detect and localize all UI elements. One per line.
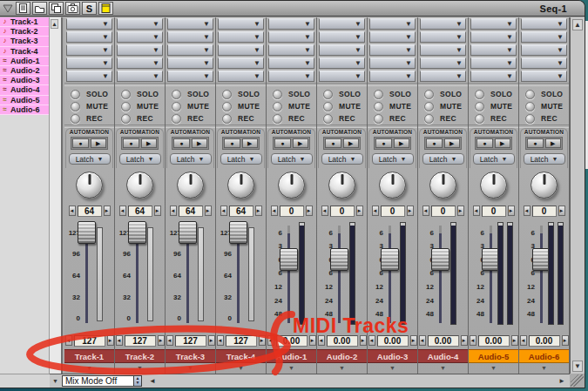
pan-decrement-button[interactable]: ◄ — [372, 206, 379, 216]
volume-value[interactable]: 0.00 — [327, 335, 358, 347]
pan-value[interactable]: 0 — [280, 206, 304, 217]
track-name-label[interactable]: Track-4 — [216, 349, 266, 363]
pan-increment-button[interactable]: ► — [255, 206, 262, 216]
pan-decrement-button[interactable]: ◄ — [321, 206, 328, 216]
pan-decrement-button[interactable]: ◄ — [220, 206, 227, 216]
assignment-dropdown[interactable]: ▼ — [369, 57, 416, 69]
track-name-label[interactable]: Audio-2 — [317, 349, 367, 363]
pan-knob[interactable] — [480, 172, 507, 199]
collapse-triangle-icon[interactable] — [2, 3, 14, 14]
pan-decrement-button[interactable]: ◄ — [271, 206, 278, 216]
volume-value[interactable]: 0.00 — [478, 335, 510, 347]
assignment-dropdown[interactable]: ▼ — [470, 57, 517, 69]
pan-decrement-button[interactable]: ◄ — [119, 206, 126, 216]
volume-value[interactable]: 0.00 — [529, 335, 560, 347]
sidebar-track-item[interactable]: ♪ Track-1 — [0, 17, 49, 27]
assignment-dropdown[interactable]: ▼ — [369, 71, 416, 82]
automation-play-button[interactable]: ▶ — [394, 138, 410, 148]
automation-play-button[interactable]: ▶ — [293, 138, 309, 148]
volume-decrement-button[interactable]: ◄ — [419, 335, 426, 346]
pan-knob[interactable] — [379, 172, 406, 199]
assignment-dropdown[interactable]: ▼ — [268, 71, 314, 82]
vertical-scrollbar[interactable]: ▲ ▼ — [570, 17, 585, 374]
volume-decrement-button[interactable]: ◄ — [368, 335, 375, 346]
assignment-dropdown[interactable]: ▼ — [117, 71, 163, 82]
assignment-dropdown[interactable]: ▼ — [66, 18, 112, 30]
sidebar-track-item[interactable]: ≈ Audio-1 — [0, 57, 49, 66]
pan-knob[interactable] — [126, 172, 153, 199]
pan-value[interactable]: 64 — [128, 206, 152, 217]
assignment-dropdown[interactable]: ▼ — [470, 71, 517, 82]
sidebar-track-item[interactable]: ≈ Audio-4 — [0, 85, 49, 95]
scroll-right-icon[interactable]: ► — [558, 377, 570, 385]
pan-decrement-button[interactable]: ◄ — [69, 206, 76, 216]
automation-record-button[interactable]: ● — [173, 138, 190, 148]
mute-button[interactable]: MUTE — [115, 100, 165, 112]
pan-increment-button[interactable]: ► — [306, 206, 313, 216]
automation-mode-dropdown[interactable]: Latch ▼ — [119, 153, 161, 165]
solo-button[interactable]: SOLO — [469, 88, 518, 100]
automation-play-button[interactable]: ▶ — [444, 138, 461, 148]
assignment-dropdown[interactable]: ▼ — [117, 18, 163, 30]
sidebar-track-item[interactable]: ♪ Track-2 — [0, 27, 49, 37]
assignment-dropdown[interactable]: ▼ — [167, 44, 213, 56]
assignment-dropdown[interactable]: ▼ — [369, 18, 416, 30]
mute-button[interactable]: MUTE — [418, 100, 468, 112]
track-name-label[interactable]: Audio-3 — [368, 349, 417, 363]
assignment-dropdown[interactable]: ▼ — [470, 44, 517, 56]
automation-play-button[interactable]: ▶ — [495, 138, 511, 148]
pan-decrement-button[interactable]: ◄ — [524, 206, 531, 216]
volume-increment-button[interactable]: ► — [309, 335, 316, 346]
volume-value[interactable]: 0.00 — [428, 335, 459, 347]
assignment-dropdown[interactable]: ▼ — [167, 31, 213, 43]
assignment-dropdown[interactable]: ▼ — [470, 31, 517, 43]
scroll-down-icon[interactable]: ▼ — [572, 361, 583, 372]
volume-value[interactable]: 0.00 — [276, 335, 308, 347]
solo-s-icon[interactable]: S — [82, 2, 97, 15]
track-name-label[interactable]: Audio-6 — [519, 349, 569, 363]
track-name-label[interactable]: Audio-4 — [418, 349, 468, 363]
assignment-dropdown[interactable]: ▼ — [117, 31, 163, 43]
pan-value[interactable]: 0 — [431, 206, 456, 217]
assignment-dropdown[interactable]: ▼ — [117, 57, 163, 69]
mute-button[interactable]: MUTE — [216, 100, 266, 112]
assignment-dropdown[interactable]: ▼ — [319, 31, 365, 43]
pan-value[interactable]: 0 — [381, 206, 405, 217]
folder-icon[interactable] — [32, 2, 47, 15]
rec-button[interactable]: REC — [519, 112, 569, 125]
volume-increment-button[interactable]: ► — [461, 335, 468, 346]
solo-button[interactable]: SOLO — [166, 88, 215, 100]
solo-button[interactable]: SOLO — [115, 88, 165, 100]
scroll-up-icon[interactable]: ▲ — [51, 19, 58, 29]
assignment-dropdown[interactable]: ▼ — [521, 44, 567, 56]
track-list-scrollbar[interactable]: ▲ — [50, 17, 63, 374]
volume-increment-button[interactable]: ► — [511, 335, 518, 346]
automation-mode-dropdown[interactable]: Latch ▼ — [422, 153, 464, 165]
pan-value[interactable]: 64 — [179, 206, 203, 217]
assignment-dropdown[interactable]: ▼ — [319, 71, 365, 82]
assignment-dropdown[interactable]: ▼ — [319, 18, 365, 30]
volume-increment-button[interactable]: ► — [259, 335, 266, 346]
rec-button[interactable]: REC — [267, 112, 316, 125]
duplicate-windows-icon[interactable] — [49, 2, 64, 15]
rec-button[interactable]: REC — [418, 112, 468, 125]
rec-button[interactable]: REC — [166, 112, 215, 125]
automation-mode-dropdown[interactable]: Latch ▼ — [220, 153, 262, 165]
solo-button[interactable]: SOLO — [418, 88, 468, 100]
assignment-dropdown[interactable]: ▼ — [420, 44, 466, 56]
pan-knob[interactable] — [76, 172, 103, 199]
mute-button[interactable]: MUTE — [469, 100, 518, 112]
assignment-dropdown[interactable]: ▼ — [268, 44, 314, 56]
track-name-label[interactable]: Audio-1 — [267, 349, 316, 363]
solo-button[interactable]: SOLO — [216, 88, 266, 100]
assignment-dropdown[interactable]: ▼ — [268, 31, 314, 43]
assignment-dropdown[interactable]: ▼ — [218, 57, 264, 69]
solo-button[interactable]: SOLO — [368, 88, 417, 100]
automation-record-button[interactable]: ● — [123, 138, 139, 148]
volume-increment-button[interactable]: ► — [410, 335, 417, 346]
fader-handle[interactable] — [330, 248, 348, 271]
solo-button[interactable]: SOLO — [267, 88, 316, 100]
mute-button[interactable]: MUTE — [267, 100, 316, 112]
volume-value[interactable]: 127 — [125, 335, 156, 347]
pan-increment-button[interactable]: ► — [154, 206, 161, 216]
